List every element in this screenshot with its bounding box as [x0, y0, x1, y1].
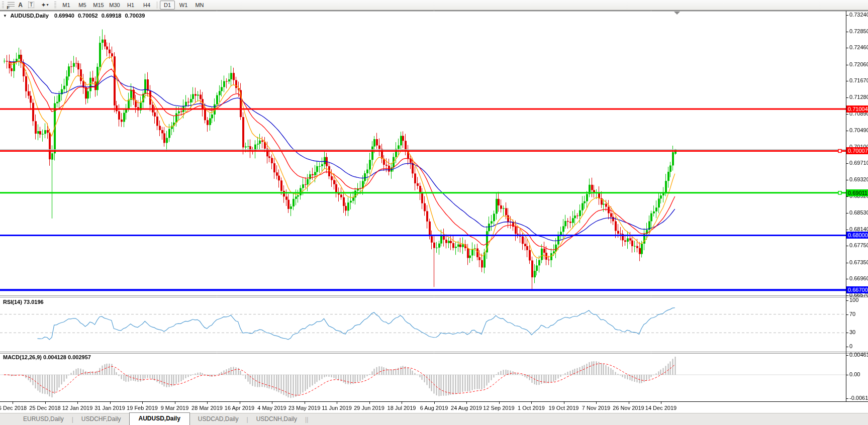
date-tick-label: 26 Nov 2019: [613, 405, 644, 411]
fibonacci-tool-button[interactable]: F: [6, 1, 16, 9]
tab-separator: |: [307, 416, 308, 425]
chart-title: ▼ AUDUSD,Daily 0.69940 0.70052 0.69918 0…: [3, 13, 145, 19]
price-tick-label: 0.68140: [849, 226, 868, 232]
toolbar-grip[interactable]: [54, 2, 56, 8]
date-tick-label: 16 Apr 2019: [225, 405, 254, 411]
price-badge: 0.68000: [846, 232, 868, 239]
date-tick-label: 28 Mar 2019: [191, 405, 223, 411]
price-tick-label: 0.71280: [849, 94, 868, 100]
ohlc-high: 0.70052: [78, 13, 98, 19]
timeframe-button-D1[interactable]: D1: [160, 1, 175, 10]
timeframe-button-MN[interactable]: MN: [192, 1, 207, 10]
ohlc-close: 0.70039: [125, 13, 145, 19]
date-tick-label: 7 Nov 2019: [582, 405, 610, 411]
date-tick-label: 18 Jul 2019: [388, 405, 416, 411]
chart-tab-usdchf[interactable]: USDCHF,Daily: [73, 413, 129, 425]
timeframe-button-M30[interactable]: M30: [107, 1, 122, 10]
timeframe-toolbar: M1M5M15M30H1H4D1W1MN: [58, 1, 208, 10]
chevron-down-icon: ▾: [47, 3, 49, 7]
price-tick-label: 0.72060: [849, 61, 868, 67]
rsi-tick-label: 30: [849, 329, 855, 335]
timeframe-button-M15[interactable]: M15: [91, 1, 106, 10]
price-tick-label: 0.69710: [849, 160, 868, 166]
trading-terminal-window: { "toolbar": { "tools": [ {"name": "fibo…: [0, 0, 868, 425]
date-tick-label: 24 Aug 2019: [451, 405, 482, 411]
text-label-tool-button[interactable]: T: [25, 1, 37, 9]
date-tick-label: 11 Jun 2019: [322, 405, 352, 411]
chart-tab-usdcnh[interactable]: USDCNH,Daily: [248, 413, 305, 425]
timeframe-button-H4[interactable]: H4: [139, 1, 154, 10]
rsi-indicator-label: RSI(14) 73.0196: [3, 299, 44, 305]
price-badge: 0.66700: [846, 286, 868, 293]
price-tick-label: 0.66960: [849, 275, 868, 281]
price-tick-label: 0.72850: [849, 28, 868, 34]
rsi-tick-label: 70: [849, 311, 855, 317]
timeframe-button-W1[interactable]: W1: [176, 1, 191, 10]
text-label-icon: T: [28, 2, 34, 8]
date-tick-label: 9 Mar 2019: [161, 405, 189, 411]
timeframe-button-M1[interactable]: M1: [59, 1, 74, 10]
macd-tick-label: 0.004616: [849, 352, 868, 358]
date-tick-label: 31 Jan 2019: [94, 405, 125, 411]
chart-tab-usdcad[interactable]: USDCAD,Daily: [190, 413, 247, 425]
chart-symbol-label: AUDUSD,Daily: [11, 13, 49, 19]
macd-tick-label: -0.006126: [849, 395, 868, 401]
price-tick-label: 0.68530: [849, 209, 868, 216]
date-tick-label: 19 Oct 2019: [549, 405, 579, 411]
oneclick-arrow-icon[interactable]: ▼: [3, 14, 7, 18]
price-tick-label: 0.70490: [849, 127, 868, 133]
text-tool-button[interactable]: A: [16, 1, 25, 9]
price-badge: 0.70007: [846, 147, 868, 154]
date-tick-label: 12 Sep 2019: [483, 405, 514, 411]
date-tick-label: 14 Dec 2019: [645, 405, 677, 411]
date-tick-label: 25 Dec 2018: [29, 405, 60, 411]
timeframe-button-M5[interactable]: M5: [75, 1, 90, 10]
price-tick-label: 0.71670: [849, 77, 868, 83]
toolbar-grip[interactable]: [2, 2, 4, 8]
text-icon: A: [18, 2, 23, 9]
rsi-tick-label: 0: [849, 343, 852, 349]
date-tick-label: 29 Jun 2019: [354, 405, 384, 411]
price-tick-label: 0.72460: [849, 44, 868, 50]
arrows-tool-button[interactable]: ✦ ▾: [37, 1, 52, 9]
date-tick-label: 19 Feb 2019: [127, 405, 158, 411]
date-tick-label: 6 Aug 2019: [420, 405, 448, 411]
macd-tick-label: 0.00: [849, 371, 860, 377]
rsi-tick-label: 100: [849, 297, 858, 303]
date-tick-label: 4 May 2019: [257, 405, 286, 411]
arrows-icon: ✦: [41, 2, 46, 9]
date-tick-label: 6 Dec 2018: [0, 405, 27, 411]
fibonacci-icon: F: [8, 2, 15, 8]
date-tick-label: 12 Jan 2019: [62, 405, 93, 411]
timeframe-button-H1[interactable]: H1: [123, 1, 138, 10]
chart-tab-audusd[interactable]: AUDUSD,Daily: [129, 412, 190, 425]
price-badge: 0.69011: [846, 189, 868, 196]
chart-tab-eurusd[interactable]: EURUSD,Daily: [15, 413, 72, 425]
toolbar: F A T ✦ ▾ M1M5M15M30H1H4D1W1MN: [0, 0, 868, 10]
price-tick-label: 0.67350: [849, 259, 868, 265]
toolbar-separator: [157, 2, 157, 9]
chart-tab-bar: EURUSD,Daily|USDCHF,DailyAUDUSD,DailyUSD…: [0, 413, 868, 425]
date-tick-label: 23 May 2019: [288, 405, 321, 411]
date-tick-label: 1 Oct 2019: [518, 405, 545, 411]
ohlc-low: 0.69918: [102, 13, 122, 19]
macd-indicator-label: MACD(12,26,9) 0.004128 0.002957: [3, 354, 91, 360]
price-tick-label: 0.69320: [849, 176, 868, 182]
ohlc-open: 0.69940: [54, 13, 74, 19]
price-tick-label: 0.67750: [849, 242, 868, 248]
price-badge: 0.71004: [846, 105, 868, 113]
price-tick-label: 0.73240: [849, 12, 868, 18]
price-chart-canvas[interactable]: [0, 0, 868, 425]
